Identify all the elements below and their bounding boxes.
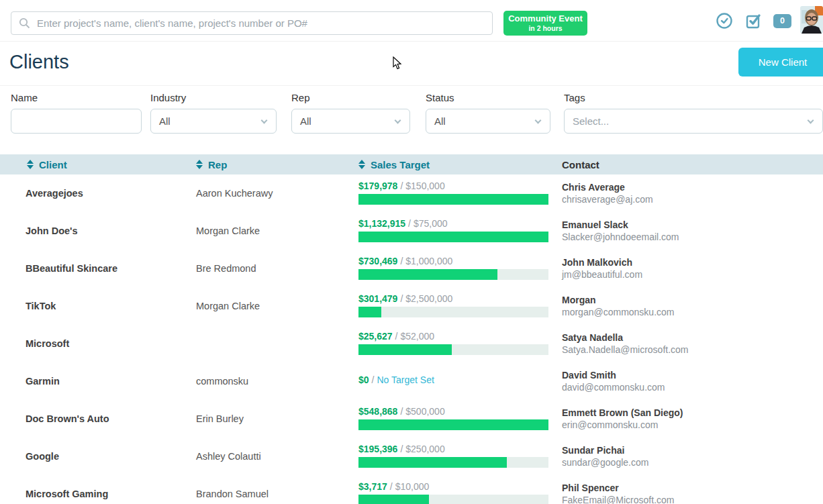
sales-progress-track xyxy=(358,307,548,317)
client-link[interactable]: TikTok xyxy=(26,301,56,311)
sales-progress-fill xyxy=(358,232,548,242)
page-header: Clients New Client xyxy=(0,42,823,85)
sales-separator: / xyxy=(400,406,403,417)
sales-value: $1,132,915 xyxy=(358,218,405,229)
column-header-rep[interactable]: Rep xyxy=(196,154,358,174)
chevron-down-icon xyxy=(261,117,268,124)
sort-icon xyxy=(27,160,34,169)
sales-progress-fill xyxy=(358,495,429,504)
column-header-sales-target[interactable]: Sales Target xyxy=(358,154,562,174)
top-bar: Community Event in 2 hours 0 xyxy=(0,0,823,42)
tags-filter-select[interactable]: Select... xyxy=(564,109,823,134)
notification-count-badge[interactable]: 0 xyxy=(773,14,791,28)
sales-target-value: $150,000 xyxy=(405,181,444,191)
status-filter-select[interactable]: All xyxy=(426,109,550,134)
sales-value: $25,627 xyxy=(358,331,393,342)
rep-name: Morgan Clarke xyxy=(196,212,358,250)
sales-separator: / xyxy=(400,293,403,304)
client-link[interactable]: Averagejoes xyxy=(26,188,83,199)
sales-progress-track xyxy=(358,194,548,205)
table-row: TikTok Morgan Clarke $301,479/$2,500,000… xyxy=(0,287,823,325)
sales-target-value: $10,000 xyxy=(395,481,430,492)
sales-progress-track xyxy=(358,419,548,430)
global-search xyxy=(11,11,493,35)
sales-separator: / xyxy=(400,256,403,266)
client-link[interactable]: John Doe's xyxy=(26,225,78,236)
sales-progress-fill xyxy=(358,344,452,355)
contact-name: John Malkovich xyxy=(562,256,823,268)
name-filter-label: Name xyxy=(11,92,142,103)
tags-filter-value: Select... xyxy=(573,115,609,127)
contact-email[interactable]: Satya.Nadella@microsoft.com xyxy=(562,344,823,356)
sort-icon xyxy=(196,160,203,169)
client-link[interactable]: BBeautiful Skincare xyxy=(26,263,117,274)
clients-page: Community Event in 2 hours 0 xyxy=(0,0,823,504)
client-link[interactable]: Microsoft Gaming xyxy=(26,489,108,499)
sales-progress-fill xyxy=(358,269,497,280)
name-filter-input[interactable] xyxy=(11,109,142,134)
contact-name: Emanuel Slack xyxy=(562,219,823,231)
sales-value: $3,717 xyxy=(358,481,387,492)
community-event-button[interactable]: Community Event in 2 hours xyxy=(503,11,587,36)
chevron-down-icon xyxy=(535,117,542,124)
client-link[interactable]: Garmin xyxy=(26,376,60,387)
sales-target-value: $500,000 xyxy=(405,406,444,417)
filters-bar: Name Industry All Rep All Status All xyxy=(0,85,823,149)
table-row: Doc Brown's Auto Erin Burley $548,868/$5… xyxy=(0,400,823,438)
status-filter-value: All xyxy=(434,115,446,127)
user-avatar[interactable] xyxy=(800,6,823,34)
clock-reminders-icon[interactable] xyxy=(716,12,733,30)
sales-target-value: $52,000 xyxy=(401,331,435,342)
rep-name: Brandon Samuel xyxy=(196,475,358,504)
contact-email[interactable]: david@commonsku.com xyxy=(562,381,823,393)
sales-separator: / xyxy=(395,331,398,342)
rep-name: Ashley Colautti xyxy=(196,438,358,475)
sales-progress-fill xyxy=(358,307,381,317)
sales-progress-track xyxy=(358,232,548,242)
sales-value: $301,479 xyxy=(358,293,397,304)
column-header-client[interactable]: Client xyxy=(0,154,196,174)
table-row: Microsoft $25,627/$52,000 Satya Nadella … xyxy=(0,325,823,362)
community-event-subtitle: in 2 hours xyxy=(528,24,562,32)
no-target-set-link[interactable]: No Target Set xyxy=(377,374,434,385)
industry-filter-select[interactable]: All xyxy=(150,109,277,134)
search-input[interactable] xyxy=(11,11,493,35)
sales-value: $179,978 xyxy=(358,181,397,191)
sales-progress-fill xyxy=(358,457,507,468)
clients-table: Averagejoes Aaron Kucherawy $179,978/$15… xyxy=(0,174,823,504)
sales-separator: / xyxy=(390,481,393,492)
sales-value: $730,469 xyxy=(358,256,397,266)
client-link[interactable]: Microsoft xyxy=(26,338,69,349)
column-header-contact: Contact xyxy=(562,154,823,174)
sales-target-value: $250,000 xyxy=(405,444,444,454)
sales-target-value: $2,500,000 xyxy=(405,293,452,304)
sales-progress-track xyxy=(358,269,548,280)
contact-name: Satya Nadella xyxy=(562,332,823,344)
rep-filter-label: Rep xyxy=(291,92,410,103)
sales-progress-fill xyxy=(358,419,548,430)
contact-name: David Smith xyxy=(562,369,823,381)
sales-target-value: $1,000,000 xyxy=(405,256,452,266)
page-title: Clients xyxy=(9,51,69,73)
contact-email[interactable]: erin@commonsku.com xyxy=(562,419,823,431)
industry-filter-label: Industry xyxy=(150,92,277,103)
sort-icon xyxy=(358,160,365,169)
contact-email[interactable]: jm@bbeautiful.com xyxy=(562,268,823,281)
sales-value: $548,868 xyxy=(358,406,397,417)
top-icon-group: 0 xyxy=(716,0,823,42)
tags-filter-label: Tags xyxy=(564,92,823,103)
client-link[interactable]: Google xyxy=(26,451,59,462)
rep-filter-value: All xyxy=(300,115,311,127)
new-client-button[interactable]: New Client xyxy=(738,48,823,77)
contact-name: Chris Average xyxy=(562,181,823,193)
contact-email[interactable]: morgan@commonsku.com xyxy=(562,306,823,318)
contact-email[interactable]: chrisaverage@aj.com xyxy=(562,193,823,205)
sales-value: $0 xyxy=(358,374,369,385)
table-row: Google Ashley Colautti $195,396/$250,000… xyxy=(0,438,823,475)
contact-email[interactable]: FakeEmail@Microsoft.com xyxy=(562,494,823,504)
client-link[interactable]: Doc Brown's Auto xyxy=(26,413,109,424)
rep-filter-select[interactable]: All xyxy=(291,109,410,134)
tasks-icon[interactable] xyxy=(744,12,762,30)
contact-email[interactable]: Slacker@johndoeemail.com xyxy=(562,231,823,243)
contact-email[interactable]: sundar@google.com xyxy=(562,456,823,468)
